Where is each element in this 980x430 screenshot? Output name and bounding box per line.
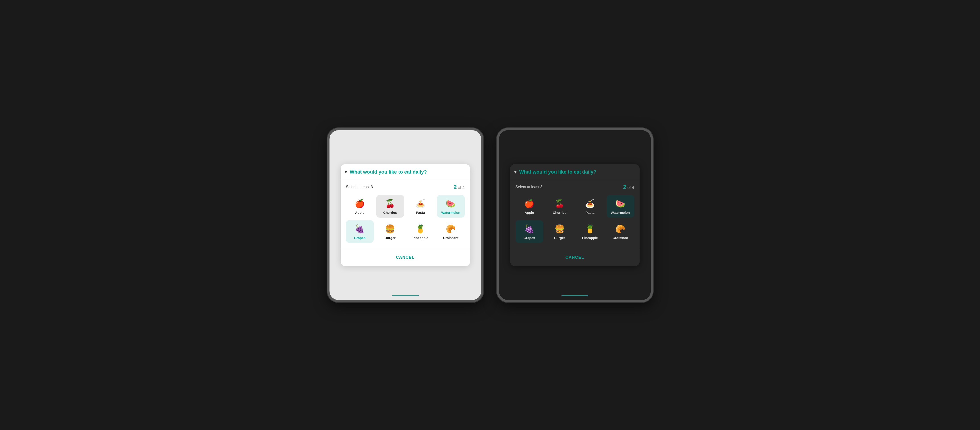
selection-info-dark: Select at least 3. 2 of 4 (515, 184, 634, 190)
cherries-label-light: Cherries (383, 211, 397, 214)
dialog-footer-dark: CANCEL (510, 250, 640, 266)
count-of-dark: of 4 (626, 185, 634, 190)
food-item-croissant-light[interactable]: 🥐 Croissant (437, 220, 465, 243)
pineapple-label-light: Pineapple (412, 236, 428, 240)
food-item-burger-dark[interactable]: 🍔 Burger (546, 220, 574, 243)
apple-label-light: Apple (355, 211, 364, 214)
dialog-title-light: What would you like to eat daily? (350, 169, 427, 175)
croissant-icon-dark: 🥐 (615, 224, 625, 233)
dialog-header-light: ▾ What would you like to eat daily? (340, 164, 470, 179)
burger-icon-light: 🍔 (385, 224, 395, 233)
selection-info-light: Select at least 3. 2 of 4 (346, 184, 465, 190)
burger-label-dark: Burger (554, 236, 565, 240)
light-phone-screen: ▾ What would you like to eat daily? Sele… (329, 130, 481, 300)
chevron-down-icon-dark[interactable]: ▾ (514, 169, 517, 175)
food-item-grapes-light[interactable]: 🍇 Grapes (346, 220, 374, 243)
food-grid-dark: 🍎 Apple 🍒 Cherries 🍝 Pasta (515, 195, 634, 243)
apple-label-dark: Apple (525, 211, 534, 214)
food-item-apple-dark[interactable]: 🍎 Apple (515, 195, 543, 217)
light-phone: ▾ What would you like to eat daily? Sele… (327, 128, 484, 302)
selection-count-dark: 2 of 4 (623, 184, 634, 190)
croissant-label-dark: Croissant (612, 236, 628, 240)
dark-dialog: ▾ What would you like to eat daily? Sele… (510, 164, 640, 266)
apple-icon-light: 🍎 (355, 199, 365, 208)
chevron-down-icon[interactable]: ▾ (345, 169, 347, 175)
pineapple-label-dark: Pineapple (582, 236, 598, 240)
grapes-label-dark: Grapes (523, 236, 535, 240)
cancel-button-dark[interactable]: CANCEL (560, 253, 590, 262)
grapes-label-light: Grapes (354, 236, 366, 240)
selection-hint-light: Select at least 3. (346, 185, 374, 189)
grapes-icon-light: 🍇 (355, 224, 365, 233)
count-number-light: 2 (453, 184, 457, 190)
food-item-pasta-dark[interactable]: 🍝 Pasta (576, 195, 604, 217)
dark-phone-screen: ▾ What would you like to eat daily? Sele… (499, 130, 651, 300)
light-dialog: ▾ What would you like to eat daily? Sele… (340, 164, 470, 266)
selection-hint-dark: Select at least 3. (515, 185, 544, 189)
count-of-light: of 4 (457, 185, 465, 190)
food-item-pineapple-dark[interactable]: 🍍 Pineapple (576, 220, 604, 243)
dialog-header-dark: ▾ What would you like to eat daily? (510, 164, 640, 179)
pasta-label-light: Pasta (416, 211, 425, 214)
food-item-cherries-dark[interactable]: 🍒 Cherries (546, 195, 574, 217)
dark-phone-frame: ▾ What would you like to eat daily? Sele… (497, 128, 653, 302)
pasta-icon-dark: 🍝 (585, 199, 595, 208)
food-item-pineapple-light[interactable]: 🍍 Pineapple (407, 220, 434, 243)
food-item-grapes-dark[interactable]: 🍇 Grapes (515, 220, 543, 243)
watermelon-icon-dark: 🍉 (615, 199, 625, 208)
pasta-label-dark: Pasta (585, 211, 594, 214)
cherries-icon-light: 🍒 (385, 199, 395, 208)
pasta-icon-light: 🍝 (415, 199, 425, 208)
apple-icon-dark: 🍎 (524, 199, 534, 208)
grapes-icon-dark: 🍇 (524, 224, 534, 233)
food-item-pasta-light[interactable]: 🍝 Pasta (407, 195, 434, 217)
dialog-body-light: Select at least 3. 2 of 4 🍎 Apple (340, 179, 470, 249)
food-grid-light: 🍎 Apple 🍒 Cherries 🍝 Pasta (346, 195, 465, 243)
watermelon-label-dark: Watermelon (611, 211, 630, 214)
food-item-apple-light[interactable]: 🍎 Apple (346, 195, 374, 217)
food-item-croissant-dark[interactable]: 🥐 Croissant (606, 220, 634, 243)
croissant-icon-light: 🥐 (446, 224, 456, 233)
count-number-dark: 2 (623, 184, 626, 190)
cherries-icon-dark: 🍒 (555, 199, 565, 208)
dialog-footer-light: CANCEL (340, 250, 470, 266)
croissant-label-light: Croissant (443, 236, 458, 240)
food-item-watermelon-light[interactable]: 🍉 Watermelon (437, 195, 465, 217)
dark-phone: ▾ What would you like to eat daily? Sele… (497, 128, 653, 302)
light-phone-frame: ▾ What would you like to eat daily? Sele… (327, 128, 484, 302)
cancel-button-light[interactable]: CANCEL (391, 253, 420, 262)
pineapple-icon-dark: 🍍 (585, 224, 595, 233)
dialog-title-dark: What would you like to eat daily? (519, 169, 597, 175)
pineapple-icon-light: 🍍 (415, 224, 425, 233)
food-item-burger-light[interactable]: 🍔 Burger (376, 220, 404, 243)
food-item-watermelon-dark[interactable]: 🍉 Watermelon (606, 195, 634, 217)
burger-label-light: Burger (385, 236, 396, 240)
cherries-label-dark: Cherries (553, 211, 566, 214)
selection-count-light: 2 of 4 (453, 184, 465, 190)
burger-icon-dark: 🍔 (555, 224, 565, 233)
food-item-cherries-light[interactable]: 🍒 Cherries (376, 195, 404, 217)
watermelon-label-light: Watermelon (441, 211, 460, 214)
watermelon-icon-light: 🍉 (446, 199, 456, 208)
dialog-body-dark: Select at least 3. 2 of 4 🍎 Apple (510, 179, 640, 249)
